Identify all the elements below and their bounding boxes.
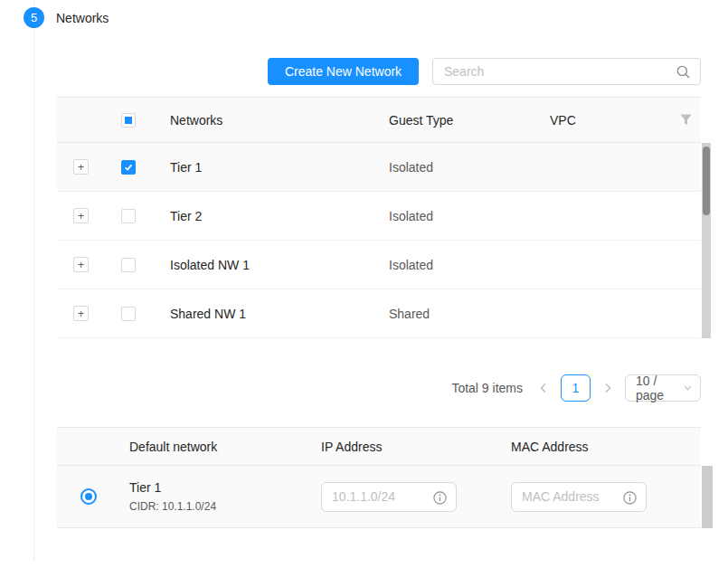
network-row-isolated-nw1[interactable]: + Isolated NW 1 Isolated [57, 241, 701, 289]
default-network-cidr: CIDR: 10.1.1.0/24 [129, 499, 321, 515]
column-header-vpc: VPC [550, 113, 665, 128]
pagination-total: Total 9 items [451, 381, 523, 395]
row-checkbox-shared-nw1[interactable] [121, 307, 136, 321]
check-icon [123, 162, 134, 173]
column-header-networks: Networks [170, 113, 389, 128]
plus-icon: + [78, 211, 84, 222]
pagination: Total 9 items 1 10 / page [451, 374, 701, 402]
ip-address-field[interactable] [321, 482, 457, 512]
mac-address-field[interactable] [511, 482, 647, 512]
guest-type: Isolated [389, 258, 550, 272]
create-new-network-label: Create New Network [285, 64, 402, 79]
create-new-network-button[interactable]: Create New Network [268, 58, 419, 85]
column-header-guest-type: Guest Type [389, 113, 550, 128]
expand-row-button[interactable]: + [73, 208, 89, 223]
chevron-down-icon [684, 383, 692, 393]
network-row-tier1[interactable]: + Tier 1 Isolated [57, 143, 701, 192]
page-size-select[interactable]: 10 / page [625, 374, 701, 402]
network-name: Shared NW 1 [170, 307, 389, 321]
deploy-vm-networks-step: { "colors": { "accent": "#1890ff", "head… [0, 0, 728, 568]
filter-funnel-icon[interactable] [680, 114, 692, 126]
network-row-shared-nw1[interactable]: + Shared NW 1 Shared [57, 289, 701, 338]
network-row-tier2[interactable]: + Tier 2 Isolated [57, 192, 701, 241]
network-name: Tier 1 [170, 160, 389, 175]
guest-type: Isolated [389, 209, 550, 223]
info-circle-icon [623, 491, 637, 505]
networks-table-scrollbar-thumb[interactable] [703, 147, 710, 215]
vpc-filter-cell [665, 114, 701, 126]
page-size-value: 10 / page [636, 374, 684, 402]
guest-type: Shared [389, 307, 550, 321]
info-circle-icon [433, 491, 447, 505]
default-network-table: Default network IP Address MAC Address T… [57, 427, 701, 528]
search-input[interactable] [433, 64, 676, 79]
pagination-page-1[interactable]: 1 [561, 374, 591, 402]
pagination-next-button[interactable] [600, 380, 616, 396]
network-name: Isolated NW 1 [170, 258, 389, 272]
column-header-mac-address: MAC Address [511, 440, 701, 454]
plus-icon: + [78, 308, 84, 319]
column-header-ip-address: IP Address [321, 440, 511, 454]
network-name: Tier 2 [170, 209, 389, 223]
search-icon[interactable] [676, 65, 690, 79]
plus-icon: + [78, 162, 84, 173]
default-network-name: Tier 1 [129, 479, 321, 497]
radio-dot [85, 493, 92, 500]
search-box[interactable] [432, 58, 701, 85]
step-number-badge: 5 [24, 7, 44, 28]
select-all-cell [114, 113, 170, 128]
expand-row-button[interactable]: + [73, 159, 89, 175]
default-network-table-header: Default network IP Address MAC Address [57, 427, 701, 466]
column-header-default-network: Default network [129, 440, 321, 454]
default-network-table-scrollbar-track[interactable] [702, 466, 713, 528]
plus-icon: + [78, 260, 84, 270]
row-checkbox-isolated-nw1[interactable] [121, 258, 136, 272]
step-number: 5 [31, 11, 37, 24]
default-network-row-tier1[interactable]: Tier 1 CIDR: 10.1.1.0/24 [57, 466, 701, 528]
chevron-right-icon [602, 383, 613, 393]
step-connector-line [33, 0, 34, 561]
chevron-left-icon [538, 383, 549, 393]
default-network-radio[interactable] [80, 488, 97, 505]
expand-row-button[interactable]: + [73, 257, 89, 272]
row-checkbox-tier1[interactable] [121, 160, 136, 175]
select-all-checkbox[interactable] [121, 113, 136, 128]
expand-row-button[interactable]: + [73, 306, 89, 321]
pagination-prev-button[interactable] [535, 380, 552, 396]
row-checkbox-tier2[interactable] [121, 209, 136, 223]
networks-table-header: Networks Guest Type VPC [57, 97, 701, 143]
step-title: Networks [56, 11, 109, 25]
networks-table: Networks Guest Type VPC + Tier 1 Isolate… [57, 97, 701, 338]
guest-type: Isolated [389, 160, 550, 175]
